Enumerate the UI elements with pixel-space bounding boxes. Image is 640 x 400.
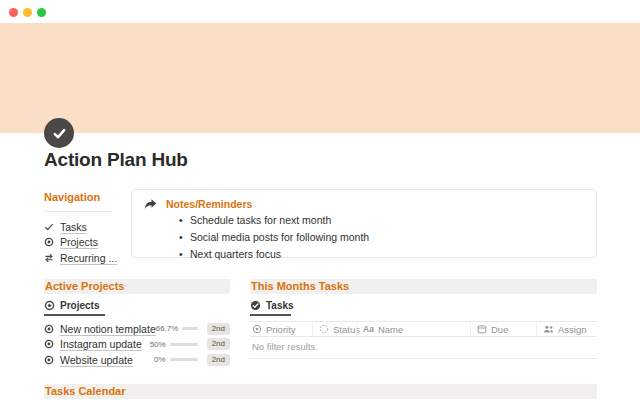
tab-label: Projects xyxy=(60,300,99,311)
column-due[interactable]: Due xyxy=(470,322,536,336)
nav-link-projects[interactable]: Projects xyxy=(44,235,130,251)
projects-table: New notion template 66.7% 2nd Instagram … xyxy=(44,321,230,368)
status-icon xyxy=(319,324,329,334)
months-tasks-heading: This Months Tasks xyxy=(250,279,597,294)
progress-bar xyxy=(170,358,198,361)
nav-link-label: Projects xyxy=(60,236,98,248)
column-label: Priority xyxy=(266,324,296,335)
progress-bar xyxy=(182,327,198,330)
callout-bullet: Next quarters focus xyxy=(179,246,584,263)
notes-callout: Notes/Reminders Schedule tasks for next … xyxy=(131,189,597,258)
project-badge: 2nd xyxy=(207,354,230,366)
nav-link-label: Tasks xyxy=(60,221,87,233)
active-projects-section: Active Projects Projects New notion temp… xyxy=(44,279,230,368)
project-percent: 66.7% xyxy=(156,324,178,333)
window-controls xyxy=(9,8,46,17)
tab-tasks[interactable]: Tasks xyxy=(250,300,597,316)
column-label: Name xyxy=(378,324,403,335)
zoom-button[interactable] xyxy=(37,8,46,17)
table-row[interactable]: Instagram update 50% 2nd xyxy=(44,337,230,353)
navigation-heading: Navigation xyxy=(44,191,130,203)
callout-title: Notes/Reminders xyxy=(166,198,252,210)
column-status[interactable]: Status xyxy=(312,322,356,336)
target-icon xyxy=(44,339,54,349)
project-badge: 2nd xyxy=(207,323,230,335)
close-button[interactable] xyxy=(9,8,18,17)
forward-arrow-icon xyxy=(144,198,157,210)
minimize-button[interactable] xyxy=(23,8,32,17)
project-name[interactable]: Website update xyxy=(60,354,133,366)
tasks-calendar-section: Tasks Calendar xyxy=(44,384,597,399)
nav-link-tasks[interactable]: Tasks xyxy=(44,219,130,235)
tasks-table-header: Priority Status Aa Name Due xyxy=(250,321,597,337)
tab-projects[interactable]: Projects xyxy=(44,300,230,316)
tab-label: Tasks xyxy=(266,300,294,311)
column-label: Due xyxy=(491,324,508,335)
check-icon xyxy=(44,222,54,232)
project-badge: 2nd xyxy=(207,338,230,350)
cover-banner xyxy=(0,23,640,133)
target-icon xyxy=(44,324,54,334)
navigation-section: Navigation Tasks Projects Recurring ... xyxy=(44,191,130,266)
callout-bullet: Social media posts for following month xyxy=(179,229,584,246)
nav-link-recurring[interactable]: Recurring ... xyxy=(44,250,130,266)
nav-link-label: Recurring ... xyxy=(60,252,117,264)
column-name[interactable]: Aa Name xyxy=(356,322,470,336)
divider xyxy=(44,211,112,212)
page-title: Action Plan Hub xyxy=(44,149,188,171)
active-tab-indicator xyxy=(250,314,291,316)
empty-results-text: No filter results. xyxy=(250,337,597,359)
target-icon xyxy=(44,300,55,311)
notion-window: Action Plan Hub Navigation Tasks Project… xyxy=(0,0,640,400)
callout-bullet: Schedule tasks for next month xyxy=(179,212,584,229)
people-icon xyxy=(543,324,554,334)
active-tab-indicator xyxy=(44,314,105,316)
table-row[interactable]: Website update 0% 2nd xyxy=(44,352,230,368)
text-icon: Aa xyxy=(363,324,374,334)
callout-bullet-list: Schedule tasks for next month Social med… xyxy=(179,212,584,263)
page-check-circle-icon[interactable] xyxy=(44,118,74,148)
calendar-icon xyxy=(477,324,487,334)
target-icon xyxy=(44,355,54,365)
active-projects-heading: Active Projects xyxy=(44,279,230,294)
project-name[interactable]: New notion template xyxy=(60,323,156,335)
column-priority[interactable]: Priority xyxy=(250,322,312,336)
progress-bar xyxy=(170,343,198,346)
priority-icon xyxy=(252,324,262,334)
project-name[interactable]: Instagram update xyxy=(60,338,142,350)
column-label: Assign xyxy=(558,324,587,335)
check-circle-icon xyxy=(250,300,261,311)
project-percent: 50% xyxy=(144,340,166,349)
window-titlebar xyxy=(0,0,640,23)
column-assign[interactable]: Assign xyxy=(536,322,597,336)
project-percent: 0% xyxy=(144,355,166,364)
table-row[interactable]: New notion template 66.7% 2nd xyxy=(44,321,230,337)
target-icon xyxy=(44,237,54,247)
tasks-calendar-heading: Tasks Calendar xyxy=(44,384,597,399)
repeat-icon xyxy=(44,253,54,263)
months-tasks-section: This Months Tasks Tasks Priority Status xyxy=(250,279,597,359)
